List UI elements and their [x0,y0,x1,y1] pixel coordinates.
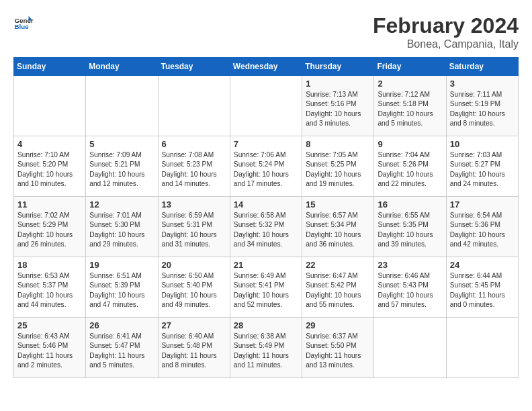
col-thursday: Thursday [302,58,374,76]
calendar-cell [374,318,446,378]
day-info: Sunrise: 6:58 AM Sunset: 5:32 PM Dayligh… [234,211,298,249]
day-info: Sunrise: 6:43 AM Sunset: 5:46 PM Dayligh… [17,332,82,370]
day-info: Sunrise: 7:02 AM Sunset: 5:29 PM Dayligh… [17,211,82,249]
calendar-cell [86,76,158,136]
day-info: Sunrise: 6:37 AM Sunset: 5:50 PM Dayligh… [306,332,370,370]
calendar-cell: 14Sunrise: 6:58 AM Sunset: 5:32 PM Dayli… [230,197,302,257]
day-number: 9 [378,139,442,149]
calendar-table: Sunday Monday Tuesday Wednesday Thursday… [13,57,519,378]
calendar-cell: 3Sunrise: 7:11 AM Sunset: 5:19 PM Daylig… [446,76,518,136]
day-number: 12 [89,199,154,210]
calendar-cell: 9Sunrise: 7:04 AM Sunset: 5:26 PM Daylig… [374,136,446,197]
location-subtitle: Bonea, Campania, Italy [373,38,519,50]
calendar-cell: 25Sunrise: 6:43 AM Sunset: 5:46 PM Dayli… [14,318,86,378]
day-number: 29 [306,320,370,330]
day-info: Sunrise: 7:06 AM Sunset: 5:24 PM Dayligh… [234,150,298,189]
calendar-cell: 10Sunrise: 7:03 AM Sunset: 5:27 PM Dayli… [446,136,518,197]
calendar-cell: 2Sunrise: 7:12 AM Sunset: 5:18 PM Daylig… [374,76,446,136]
day-number: 1 [306,79,370,89]
calendar-body: 1Sunrise: 7:13 AM Sunset: 5:16 PM Daylig… [14,76,519,378]
day-info: Sunrise: 6:55 AM Sunset: 5:35 PM Dayligh… [378,211,442,249]
day-number: 11 [17,199,82,210]
calendar-cell: 23Sunrise: 6:46 AM Sunset: 5:43 PM Dayli… [374,257,446,318]
day-info: Sunrise: 6:54 AM Sunset: 5:36 PM Dayligh… [450,211,515,249]
day-info: Sunrise: 6:53 AM Sunset: 5:37 PM Dayligh… [17,271,82,310]
calendar-cell: 26Sunrise: 6:41 AM Sunset: 5:47 PM Dayli… [86,318,158,378]
day-info: Sunrise: 7:01 AM Sunset: 5:30 PM Dayligh… [89,211,154,249]
calendar-cell: 5Sunrise: 7:09 AM Sunset: 5:21 PM Daylig… [86,136,158,197]
col-saturday: Saturday [446,58,518,76]
calendar-cell [230,76,302,136]
calendar-cell: 12Sunrise: 7:01 AM Sunset: 5:30 PM Dayli… [86,197,158,257]
calendar-cell [158,76,230,136]
day-info: Sunrise: 7:04 AM Sunset: 5:26 PM Dayligh… [378,150,442,189]
col-sunday: Sunday [14,58,86,76]
day-number: 22 [306,260,370,270]
day-info: Sunrise: 6:44 AM Sunset: 5:45 PM Dayligh… [450,271,515,310]
day-number: 25 [17,320,82,330]
day-number: 20 [162,260,226,270]
calendar-cell: 16Sunrise: 6:55 AM Sunset: 5:35 PM Dayli… [374,197,446,257]
calendar-week-1: 1Sunrise: 7:13 AM Sunset: 5:16 PM Daylig… [14,76,519,136]
day-number: 17 [450,199,515,210]
day-info: Sunrise: 7:12 AM Sunset: 5:18 PM Dayligh… [378,90,442,128]
calendar-cell: 6Sunrise: 7:08 AM Sunset: 5:23 PM Daylig… [158,136,230,197]
calendar-cell: 4Sunrise: 7:10 AM Sunset: 5:20 PM Daylig… [14,136,86,197]
calendar-cell: 11Sunrise: 7:02 AM Sunset: 5:29 PM Dayli… [14,197,86,257]
calendar-cell: 20Sunrise: 6:50 AM Sunset: 5:40 PM Dayli… [158,257,230,318]
day-info: Sunrise: 7:11 AM Sunset: 5:19 PM Dayligh… [450,90,515,128]
day-number: 6 [162,139,226,149]
calendar-cell: 18Sunrise: 6:53 AM Sunset: 5:37 PM Dayli… [14,257,86,318]
col-monday: Monday [86,58,158,76]
day-number: 15 [306,199,370,210]
day-number: 24 [450,260,515,270]
day-info: Sunrise: 7:09 AM Sunset: 5:21 PM Dayligh… [89,150,154,189]
calendar-week-2: 4Sunrise: 7:10 AM Sunset: 5:20 PM Daylig… [14,136,519,197]
calendar-cell: 21Sunrise: 6:49 AM Sunset: 5:41 PM Dayli… [230,257,302,318]
day-info: Sunrise: 6:40 AM Sunset: 5:48 PM Dayligh… [162,332,226,370]
day-info: Sunrise: 6:57 AM Sunset: 5:34 PM Dayligh… [306,211,370,249]
col-wednesday: Wednesday [230,58,302,76]
day-number: 14 [234,199,298,210]
day-info: Sunrise: 6:50 AM Sunset: 5:40 PM Dayligh… [162,271,226,310]
calendar-cell: 22Sunrise: 6:47 AM Sunset: 5:42 PM Dayli… [302,257,374,318]
day-number: 16 [378,199,442,210]
calendar-cell: 8Sunrise: 7:05 AM Sunset: 5:25 PM Daylig… [302,136,374,197]
day-info: Sunrise: 7:05 AM Sunset: 5:25 PM Dayligh… [306,150,370,189]
calendar-cell: 7Sunrise: 7:06 AM Sunset: 5:24 PM Daylig… [230,136,302,197]
calendar-cell: 15Sunrise: 6:57 AM Sunset: 5:34 PM Dayli… [302,197,374,257]
calendar-header-row: Sunday Monday Tuesday Wednesday Thursday… [14,58,519,76]
day-info: Sunrise: 6:51 AM Sunset: 5:39 PM Dayligh… [89,271,154,310]
day-number: 19 [89,260,154,270]
day-number: 13 [162,199,226,210]
day-number: 5 [89,139,154,149]
title-block: February 2024 Bonea, Campania, Italy [373,13,519,50]
calendar-cell: 19Sunrise: 6:51 AM Sunset: 5:39 PM Dayli… [86,257,158,318]
calendar-cell [14,76,86,136]
logo: General Blue [13,13,34,34]
day-number: 8 [306,139,370,149]
day-number: 27 [162,320,226,330]
day-info: Sunrise: 6:46 AM Sunset: 5:43 PM Dayligh… [378,271,442,310]
svg-text:Blue: Blue [15,23,30,30]
day-number: 26 [89,320,154,330]
calendar-cell: 29Sunrise: 6:37 AM Sunset: 5:50 PM Dayli… [302,318,374,378]
day-number: 23 [378,260,442,270]
calendar-cell: 1Sunrise: 7:13 AM Sunset: 5:16 PM Daylig… [302,76,374,136]
day-info: Sunrise: 6:49 AM Sunset: 5:41 PM Dayligh… [234,271,298,310]
day-number: 28 [234,320,298,330]
calendar-cell [446,318,518,378]
calendar-cell: 13Sunrise: 6:59 AM Sunset: 5:31 PM Dayli… [158,197,230,257]
calendar-cell: 24Sunrise: 6:44 AM Sunset: 5:45 PM Dayli… [446,257,518,318]
day-info: Sunrise: 7:10 AM Sunset: 5:20 PM Dayligh… [17,150,82,189]
calendar-week-5: 25Sunrise: 6:43 AM Sunset: 5:46 PM Dayli… [14,318,519,378]
calendar-week-4: 18Sunrise: 6:53 AM Sunset: 5:37 PM Dayli… [14,257,519,318]
day-number: 2 [378,79,442,89]
day-info: Sunrise: 7:08 AM Sunset: 5:23 PM Dayligh… [162,150,226,189]
day-number: 10 [450,139,515,149]
day-info: Sunrise: 7:13 AM Sunset: 5:16 PM Dayligh… [306,90,370,128]
day-number: 21 [234,260,298,270]
calendar-week-3: 11Sunrise: 7:02 AM Sunset: 5:29 PM Dayli… [14,197,519,257]
day-info: Sunrise: 6:59 AM Sunset: 5:31 PM Dayligh… [162,211,226,249]
day-number: 7 [234,139,298,149]
